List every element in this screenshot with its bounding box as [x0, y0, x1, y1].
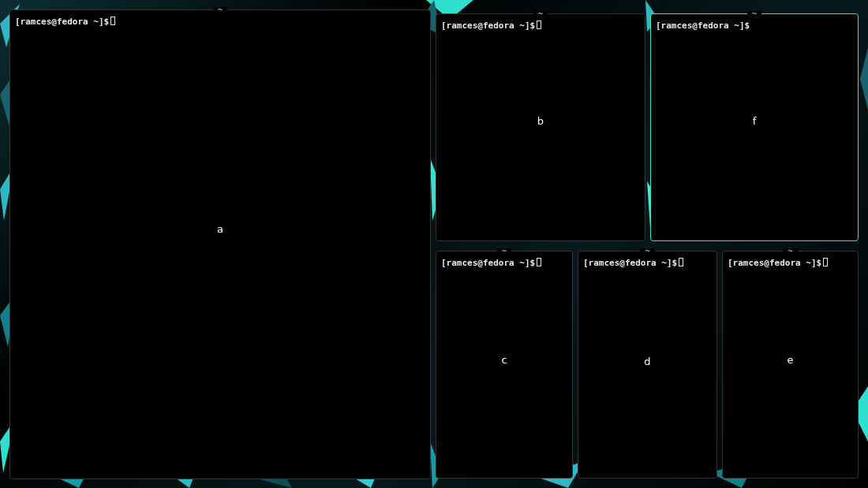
terminal-window-c[interactable]: ~[ramces@fedora ~]$c	[436, 251, 573, 479]
window-titlebar: ~	[436, 248, 572, 255]
terminal-window-e[interactable]: ~[ramces@fedora ~]$e	[722, 251, 859, 479]
shell-prompt: [ramces@fedora ~]$	[656, 20, 750, 31]
terminal-viewport[interactable]: [ramces@fedora ~]$	[656, 20, 853, 236]
window-title: ~	[783, 248, 797, 255]
shell-prompt-line: [ramces@fedora ~]$	[15, 17, 425, 28]
shell-prompt: [ramces@fedora ~]$	[583, 258, 677, 268]
window-hint-letter: f	[753, 115, 757, 127]
window-title: ~	[640, 248, 654, 255]
window-titlebar: ~	[723, 248, 858, 255]
shell-prompt: [ramces@fedora ~]$	[441, 258, 535, 268]
window-hint-letter: d	[644, 356, 650, 367]
text-cursor-icon	[537, 258, 541, 266]
window-title: ~	[497, 248, 511, 255]
shell-prompt-line: [ramces@fedora ~]$	[441, 258, 567, 269]
shell-prompt-line: [ramces@fedora ~]$	[728, 258, 853, 269]
shell-prompt: [ramces@fedora ~]$	[15, 17, 109, 27]
text-cursor-icon	[537, 20, 541, 29]
shell-prompt-line: [ramces@fedora ~]$	[583, 258, 712, 269]
terminal-window-a[interactable]: ~[ramces@fedora ~]$a	[9, 9, 431, 479]
window-title: ~	[533, 11, 548, 17]
text-cursor-icon	[110, 17, 115, 25]
window-title: ~	[747, 11, 761, 17]
window-titlebar: ~	[436, 11, 645, 17]
window-manager-root: ~[ramces@fedora ~]$a~[ramces@fedora ~]$b…	[0, 0, 868, 488]
window-hint-letter: c	[501, 354, 507, 366]
shell-prompt: [ramces@fedora ~]$	[728, 258, 821, 268]
shell-prompt-line: [ramces@fedora ~]$	[441, 20, 640, 32]
text-cursor-icon	[823, 258, 828, 266]
terminal-window-d[interactable]: ~[ramces@fedora ~]$d	[578, 251, 717, 479]
window-hint-letter: e	[788, 354, 794, 366]
shell-prompt: [ramces@fedora ~]$	[441, 20, 535, 31]
text-cursor-icon	[679, 258, 683, 266]
window-title: ~	[213, 7, 227, 13]
shell-prompt-line: [ramces@fedora ~]$	[656, 20, 853, 32]
window-titlebar: ~	[578, 248, 716, 255]
window-hint-letter: a	[217, 223, 223, 235]
terminal-window-b[interactable]: ~[ramces@fedora ~]$b	[436, 13, 645, 241]
window-titlebar: ~	[10, 7, 430, 13]
window-titlebar: ~	[651, 11, 858, 17]
terminal-window-f[interactable]: ~[ramces@fedora ~]$f	[650, 13, 859, 241]
window-hint-letter: b	[537, 115, 544, 127]
terminal-viewport[interactable]: [ramces@fedora ~]$	[15, 17, 425, 474]
terminal-viewport[interactable]: [ramces@fedora ~]$	[441, 20, 640, 236]
